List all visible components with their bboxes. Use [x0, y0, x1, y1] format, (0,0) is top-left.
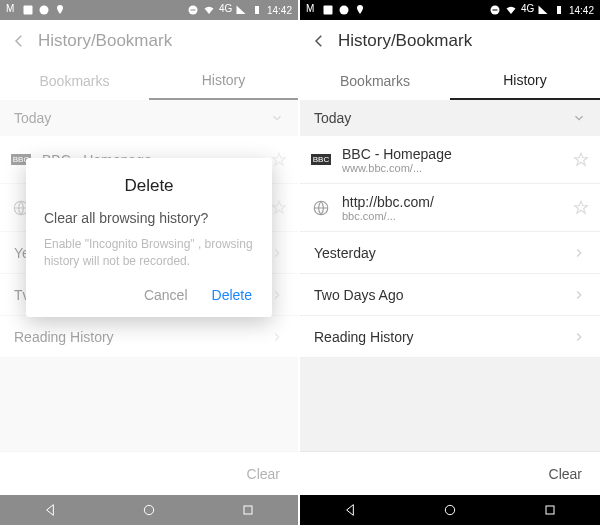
group-label: Reading History	[314, 329, 414, 345]
screen-list: M 4G 14:42 History/Bookmark Bookmarks Hi…	[300, 0, 600, 525]
tabs: Bookmarks History	[300, 62, 600, 100]
chevron-right-icon	[572, 330, 586, 344]
group-label: Yesterday	[314, 245, 376, 261]
dialog-title: Delete	[44, 176, 254, 196]
android-navbar	[300, 495, 600, 525]
status-bar: M 4G 14:42	[300, 0, 600, 20]
chevron-down-icon	[572, 111, 586, 125]
page-title: History/Bookmark	[338, 31, 472, 51]
wifi-icon	[505, 4, 517, 16]
svg-point-9	[340, 6, 349, 15]
clear-button[interactable]: Clear	[549, 466, 582, 482]
svg-rect-15	[546, 506, 554, 514]
location-icon	[354, 4, 366, 16]
delete-dialog: Delete Clear all browsing history? Enabl…	[26, 158, 272, 317]
group-two-days-ago[interactable]: Two Days Ago	[300, 274, 600, 316]
section-today[interactable]: Today	[300, 100, 600, 136]
nav-back-icon[interactable]	[342, 502, 358, 518]
group-yesterday[interactable]: Yesterday	[300, 232, 600, 274]
favicon-bbc: BBC	[310, 149, 332, 171]
svg-rect-12	[557, 6, 561, 14]
app-header: History/Bookmark	[300, 20, 600, 62]
dialog-hint: Enable "Incognito Browsing" , browsing h…	[44, 236, 254, 271]
whatsapp-icon	[338, 4, 350, 16]
delete-button[interactable]: Delete	[212, 287, 252, 303]
back-icon[interactable]	[310, 32, 328, 50]
dialog-actions: Cancel Delete	[44, 281, 254, 309]
history-url: www.bbc.com/...	[342, 162, 562, 174]
history-url: bbc.com/...	[342, 210, 562, 222]
chevron-right-icon	[572, 288, 586, 302]
signal-icon	[537, 4, 549, 16]
svg-rect-8	[324, 6, 333, 15]
history-item[interactable]: BBC BBC - Homepage www.bbc.com/...	[300, 136, 600, 184]
chevron-right-icon	[572, 246, 586, 260]
network-type: 4G	[521, 4, 533, 16]
battery-icon	[553, 4, 565, 16]
cancel-button[interactable]: Cancel	[144, 287, 188, 303]
bottom-bar: Clear	[300, 451, 600, 495]
tab-bookmarks[interactable]: Bookmarks	[300, 62, 450, 100]
section-label: Today	[314, 110, 351, 126]
dnd-icon	[489, 4, 501, 16]
star-icon[interactable]	[572, 199, 590, 217]
image-icon	[322, 4, 334, 16]
history-item[interactable]: http://bbc.com/ bbc.com/...	[300, 184, 600, 232]
gmail-icon: M	[306, 4, 318, 16]
screen-with-dialog: M 4G 14:42 History/Bookmark Bookmarks Hi…	[0, 0, 300, 525]
dialog-message: Clear all browsing history?	[44, 210, 254, 226]
group-label: Two Days Ago	[314, 287, 404, 303]
svg-point-14	[445, 505, 454, 514]
clock: 14:42	[569, 5, 594, 16]
svg-rect-11	[492, 10, 497, 11]
nav-home-icon[interactable]	[442, 502, 458, 518]
history-title: BBC - Homepage	[342, 146, 562, 162]
globe-icon	[310, 197, 332, 219]
group-reading-history[interactable]: Reading History	[300, 316, 600, 358]
history-title: http://bbc.com/	[342, 194, 562, 210]
star-icon[interactable]	[572, 151, 590, 169]
nav-recent-icon[interactable]	[542, 502, 558, 518]
tab-history[interactable]: History	[450, 62, 600, 100]
